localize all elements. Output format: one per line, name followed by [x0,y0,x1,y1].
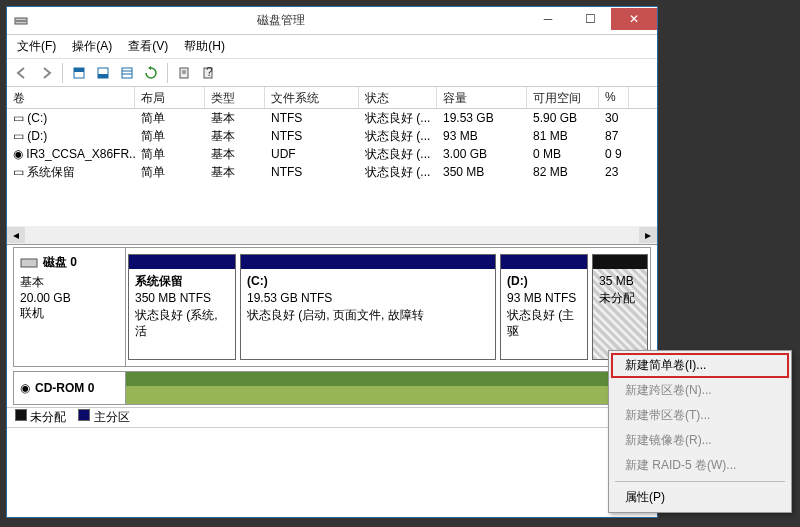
menu-properties[interactable]: 属性(P) [611,485,789,510]
svg-text:?: ? [206,66,213,79]
table-row[interactable]: ◉ IR3_CCSA_X86FR... 简单 基本 UDF 状态良好 (... … [7,145,657,163]
help-button[interactable]: ? [197,62,219,84]
view-list-button[interactable] [116,62,138,84]
refresh-button[interactable] [140,62,162,84]
svg-rect-1 [15,20,27,22]
statusbar [7,427,657,445]
toolbar: ? [7,59,657,87]
titlebar[interactable]: 磁盘管理 ─ ☐ ✕ [7,7,657,35]
window-title: 磁盘管理 [35,12,527,29]
menu-action[interactable]: 操作(A) [68,36,116,57]
col-status[interactable]: 状态 [359,87,437,108]
svg-rect-6 [122,68,132,78]
table-header: 卷 布局 类型 文件系统 状态 容量 可用空间 % [7,87,657,109]
disk-0-panel: 磁盘 0 基本 20.00 GB 联机 系统保留 350 MB NTFS 状态良… [13,247,651,367]
menu-new-striped-volume: 新建带区卷(T)... [611,403,789,428]
partition-bar [241,255,495,269]
toolbar-separator [167,63,168,83]
partition-c[interactable]: (C:) 19.53 GB NTFS 状态良好 (启动, 页面文件, 故障转 [240,254,496,360]
scroll-right-button[interactable]: ▸ [639,227,657,243]
maximize-button[interactable]: ☐ [569,8,611,30]
disk-icon: ▭ [13,165,24,179]
svg-rect-3 [74,68,84,72]
col-capacity[interactable]: 容量 [437,87,527,108]
disk-name: 磁盘 0 [43,254,77,271]
table-row[interactable]: ▭ (D:) 简单 基本 NTFS 状态良好 (... 93 MB 81 MB … [7,127,657,145]
partition-bar [593,255,647,269]
col-volume[interactable]: 卷 [7,87,135,108]
scroll-track[interactable] [25,227,639,243]
menu-view[interactable]: 查看(V) [124,36,172,57]
menu-new-spanned-volume: 新建跨区卷(N)... [611,378,789,403]
legend-swatch-primary [78,409,90,421]
partition-system-reserved[interactable]: 系统保留 350 MB NTFS 状态良好 (系统, 活 [128,254,236,360]
svg-rect-14 [21,259,37,267]
legend: 未分配 主分区 [7,407,657,427]
view-bottom-button[interactable] [92,62,114,84]
back-button[interactable] [11,62,33,84]
partition-bar [129,255,235,269]
disk-type: 基本 [20,274,119,291]
menu-new-simple-volume[interactable]: 新建简单卷(I)... [611,353,789,378]
disk-icon [20,257,38,269]
table-body: ▭ (C:) 简单 基本 NTFS 状态良好 (... 19.53 GB 5.9… [7,109,657,226]
col-type[interactable]: 类型 [205,87,265,108]
horizontal-scrollbar[interactable]: ◂ ▸ [7,226,657,244]
scroll-left-button[interactable]: ◂ [7,227,25,243]
cdrom-label: ◉ CD-ROM 0 [14,372,126,404]
disk-state: 联机 [20,305,119,322]
svg-rect-5 [98,74,108,78]
close-button[interactable]: ✕ [611,8,657,30]
forward-button[interactable] [35,62,57,84]
table-row[interactable]: ▭ 系统保留 简单 基本 NTFS 状态良好 (... 350 MB 82 MB… [7,163,657,181]
context-menu: 新建简单卷(I)... 新建跨区卷(N)... 新建带区卷(T)... 新建镜像… [608,350,792,513]
menubar: 文件(F) 操作(A) 查看(V) 帮助(H) [7,35,657,59]
disk-icon: ▭ [13,111,24,125]
col-fs[interactable]: 文件系统 [265,87,359,108]
partition-bar [501,255,587,269]
menu-separator [615,481,785,482]
cdrom-name: CD-ROM 0 [35,381,94,395]
menu-file[interactable]: 文件(F) [13,36,60,57]
minimize-button[interactable]: ─ [527,8,569,30]
app-icon [13,13,29,29]
disk-0-label[interactable]: 磁盘 0 基本 20.00 GB 联机 [14,248,126,366]
partition-d[interactable]: (D:) 93 MB NTFS 状态良好 (主驱 [500,254,588,360]
partition-unallocated[interactable]: 35 MB 未分配 [592,254,648,360]
disk-management-window: 磁盘管理 ─ ☐ ✕ 文件(F) 操作(A) 查看(V) 帮助(H) ? 卷 布… [6,6,658,518]
view-top-button[interactable] [68,62,90,84]
properties-button[interactable] [173,62,195,84]
partitions: 系统保留 350 MB NTFS 状态良好 (系统, 活 (C:) 19.53 … [126,248,650,366]
menu-new-raid5-volume: 新建 RAID-5 卷(W)... [611,453,789,478]
col-pct[interactable]: % [599,87,629,108]
menu-help[interactable]: 帮助(H) [180,36,229,57]
disk-size: 20.00 GB [20,291,119,305]
legend-swatch-unalloc [15,409,27,421]
col-layout[interactable]: 布局 [135,87,205,108]
volume-table: 卷 布局 类型 文件系统 状态 容量 可用空间 % ▭ (C:) 简单 基本 N… [7,87,657,245]
col-free[interactable]: 可用空间 [527,87,599,108]
disk-icon: ▭ [13,129,24,143]
menu-new-mirrored-volume: 新建镜像卷(R)... [611,428,789,453]
table-row[interactable]: ▭ (C:) 简单 基本 NTFS 状态良好 (... 19.53 GB 5.9… [7,109,657,127]
cd-icon: ◉ [20,381,30,395]
toolbar-separator [62,63,63,83]
cdrom-volume[interactable] [126,372,650,404]
cd-icon: ◉ [13,147,23,161]
cdrom-panel[interactable]: ◉ CD-ROM 0 [13,371,651,405]
